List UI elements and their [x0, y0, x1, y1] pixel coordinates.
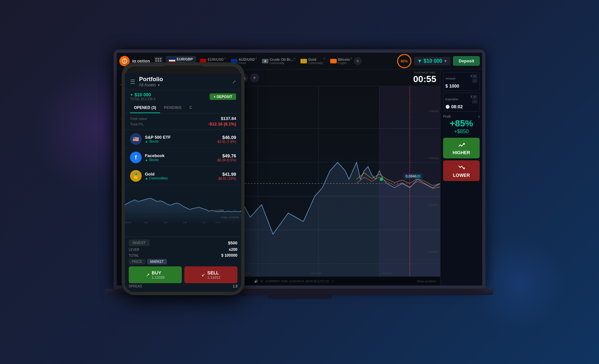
tab-bitcoin[interactable]: ₿ Bitcoin Crypto ✕ — [327, 56, 353, 66]
price-toggle-button[interactable]: PRICE — [129, 259, 145, 264]
lower-chart-icon — [458, 164, 465, 171]
asset-row-gold[interactable]: 🥇 Gold ▲ Commodities $41.99 -$8.01 (16%) — [125, 167, 241, 185]
tab-gold-type: Commodity — [308, 61, 323, 65]
tab-gold[interactable]: G Gold Commodity ✕ — [297, 56, 326, 66]
add-tab-button[interactable]: + — [354, 57, 362, 65]
facebook-name: Facebook — [145, 153, 216, 158]
favorite-button[interactable]: ★ — [250, 73, 259, 82]
phone-notch — [164, 66, 202, 73]
profit-info-icon[interactable]: ℹ — [478, 115, 480, 118]
invest-value: $500 — [228, 241, 237, 245]
lever-label: LEVER — [129, 248, 139, 252]
price-axis: 0.88465 0.88460 0.88455 0.88450 — [422, 86, 440, 276]
total-trade-value: $ 100000 — [221, 253, 237, 258]
expiration-value: 08:02 — [451, 104, 463, 109]
gold-price: $41.99 — [217, 172, 236, 177]
tab-crudeoil[interactable]: 💧 Crude Oil Br... Commodity ✕ — [259, 56, 297, 66]
tab-crudeoil-type: Commodity — [270, 61, 293, 65]
market-toggle-button[interactable]: MARKET — [147, 259, 167, 264]
tab-bitcoin-close[interactable]: ✕ — [350, 57, 353, 60]
sell-button[interactable]: ↙ SELL 1.11012 — [184, 266, 237, 283]
higher-label: HIGHER — [452, 150, 470, 155]
facebook-price: $49.76 — [216, 153, 236, 158]
phone-tab-c[interactable]: C — [185, 103, 196, 113]
gold-value: $41.99 -$8.01 (16%) — [217, 172, 236, 180]
amount-label: Amount — [445, 77, 455, 80]
spread-label: SPREAD — [129, 284, 142, 288]
asset-row-sp500[interactable]: 🇺🇸 S&P 500 ETF ▲ Stocks $46.09 -$3.91 (7… — [125, 130, 241, 148]
chart-timestamp: 5 Nov 16:22:09 — [221, 216, 239, 219]
sp500-change: -$3.91 (7.8%) — [216, 140, 236, 144]
tab-gold-close[interactable]: ✕ — [323, 57, 326, 60]
total-trade-label: TOTAL — [129, 254, 139, 257]
expiration-label: Expiration — [445, 98, 458, 101]
phone-portfolio-title: Portfolio — [139, 76, 230, 83]
phone-deposit-button[interactable]: + DEPOSIT — [210, 93, 236, 100]
buy-label: BUY — [152, 270, 165, 275]
tab-crudeoil-close[interactable]: ✕ — [293, 57, 296, 60]
total-value-label: Total value — [130, 117, 147, 121]
expiration-controls: + - — [472, 95, 477, 103]
laptop-device: iq option — [105, 49, 494, 315]
phone-tab-pending[interactable]: PENDING — [160, 103, 186, 113]
sp500-name: S&P 500 ETF — [145, 135, 216, 140]
amount-decrease-button[interactable]: - — [472, 79, 477, 83]
svg-point-16 — [380, 177, 383, 181]
tab-eurgbp-close[interactable]: ✕ — [193, 57, 195, 60]
price-value-normal: 0.8846 — [406, 174, 417, 178]
amount-info-icon[interactable]: ℹ — [471, 74, 472, 83]
phone-assets-list: 🇺🇸 S&P 500 ETF ▲ Stocks $46.09 -$3.91 (7… — [125, 130, 241, 237]
invest-label: INVEST — [129, 240, 149, 246]
footer-settings-icon[interactable]: ⚙ — [260, 280, 263, 283]
purchase-time-label: PURCHASE TIME — [414, 71, 435, 74]
time-tick-4: 08:02:00 — [382, 272, 392, 275]
gold-name: Gold — [145, 172, 217, 177]
profit-label: Profit — [443, 115, 451, 118]
gold-change: -$8.01 (16%) — [217, 177, 236, 180]
higher-button[interactable]: HIGHER — [443, 138, 480, 158]
tab-gold-name: Gold — [308, 58, 323, 61]
lever-row: LEVER x200 — [129, 247, 237, 252]
phone-balance-total: TOTAL $13,338.4 — [130, 97, 155, 101]
invest-row: INVEST $500 — [129, 240, 237, 246]
deposit-button[interactable]: Deposit — [453, 56, 480, 66]
svg-text:09:00: 09:00 — [125, 221, 132, 224]
phone-tab-opened[interactable]: OPENED (3) — [130, 103, 160, 113]
gold-type: ▲ Commodities — [145, 177, 217, 180]
profit-section: Profit ℹ +85% +$850 — [443, 113, 480, 136]
footer-sound-icon[interactable]: 🔊 — [254, 280, 258, 283]
balance-amount: $10 000 — [424, 58, 442, 64]
footer-expand-icon[interactable]: ⤢ — [332, 280, 334, 283]
buy-sell-row: ↗ BUY 1.11028 ↙ SELL 1.11012 — [129, 266, 237, 283]
expiration-decrease-button[interactable]: - — [472, 100, 477, 103]
lower-button[interactable]: LOWER — [443, 160, 480, 181]
amount-value: $ 1000 — [445, 83, 477, 89]
phone-trade-panel: INVEST $500 LEVER x200 TOTAL $ 100000 — [125, 237, 241, 292]
buy-button[interactable]: ↗ BUY 1.11028 — [129, 266, 182, 283]
sp500-icon: 🇺🇸 — [130, 133, 142, 145]
phone-expand-icon[interactable]: ⤢ — [232, 79, 236, 84]
tab-audusd-close[interactable]: ✕ — [255, 57, 257, 60]
spread-value: 1.3 — [233, 284, 237, 288]
asset-row-facebook[interactable]: f Facebook ▲ Stocks $49.76 -$0.24 (0.5%) — [125, 148, 241, 167]
expiration-info-icon[interactable]: ℹ — [471, 95, 472, 103]
svg-text:3M: 3M — [144, 221, 148, 224]
current-price-label: 0.884620 — [404, 174, 422, 179]
tab-crudeoil-name: Crude Oil Br... — [270, 58, 293, 61]
phone-balance-bar: ▼ $10 000 TOTAL $13,338.4 + DEPOSIT — [125, 90, 241, 103]
phone-all-assets-dropdown[interactable]: ▼ — [157, 83, 160, 87]
show-positions[interactable]: Show positions — [417, 280, 436, 283]
amount-increase-button[interactable]: + — [472, 74, 477, 78]
svg-text:1D: 1D — [202, 221, 206, 224]
phone-mini-chart: 09:00 3M 1M 1W 1D 21:0 1.11018 5 Nov 16:… — [125, 185, 241, 224]
phone-bezel: ☰ Portfolio All Assets ▼ ⤢ — [122, 62, 245, 295]
sell-label: SELL — [207, 270, 220, 275]
price-tick-2: 0.88460 — [422, 156, 440, 160]
footer-current-time: CURRENT TIME: 13 MARCH, 08:00:35 (UTC+3) — [266, 280, 329, 283]
hamburger-menu-icon[interactable]: ☰ — [130, 78, 135, 85]
sp500-info: S&P 500 ETF ▲ Stocks — [145, 135, 216, 143]
price-tick-1: 0.88465 — [422, 110, 440, 113]
tab-eurusd-close[interactable]: ✕ — [224, 57, 226, 60]
tab-eurgbp-name: EUR/GBP — [177, 57, 193, 61]
expiration-increase-button[interactable]: + — [472, 95, 477, 99]
